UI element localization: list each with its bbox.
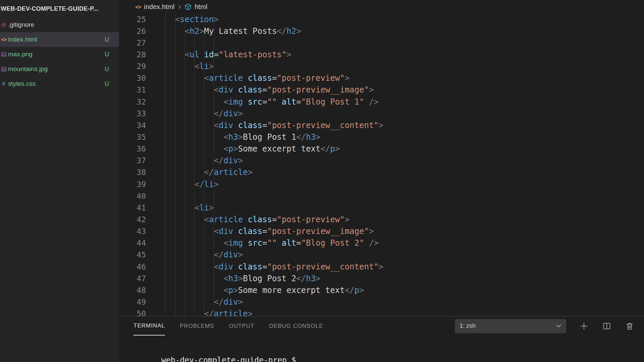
code-line[interactable]: 28 <ul id="latest-posts"> [119, 49, 644, 60]
kill-terminal-trash-button[interactable] [625, 321, 635, 331]
code-line[interactable]: 37 </div> [119, 155, 644, 167]
file-name: index.html [8, 36, 37, 43]
git-status-badge: U [105, 66, 109, 73]
code-line[interactable]: 45 </div> [119, 249, 644, 261]
line-number[interactable]: 49 [119, 298, 146, 306]
explorer-section-header[interactable]: WEB-DEV-COMPLETE-GUIDE-P... [0, 0, 119, 17]
line-number[interactable]: 27 [119, 39, 146, 47]
line-number[interactable]: 45 [119, 250, 146, 259]
code-text: <ul id="latest-posts"> [146, 50, 291, 59]
line-number[interactable]: 26 [119, 27, 146, 36]
line-number[interactable]: 46 [119, 262, 146, 271]
breadcrumb: <> index.html › html [119, 0, 644, 13]
file-name: mountains.jpg [8, 65, 48, 73]
panel-tab-terminal[interactable]: TERMINAL [133, 316, 165, 336]
terminal-shell-select[interactable]: 1: zsh [455, 319, 566, 333]
code-line[interactable]: 50 </article> [119, 308, 644, 316]
line-number[interactable]: 39 [119, 180, 146, 189]
code-line[interactable]: 31 <div class="post-preview__image"> [119, 84, 644, 96]
panel-tab-problems[interactable]: PROBLEMS [180, 316, 214, 336]
code-line[interactable]: 47 <h3>Blog Post 2</h3> [119, 273, 644, 284]
code-text: <section> [146, 15, 219, 24]
line-number[interactable]: 38 [119, 168, 146, 177]
line-number[interactable]: 47 [119, 274, 146, 283]
css-file-icon: # [1, 81, 7, 87]
code-text: <div class="post-preview__content"> [146, 121, 383, 130]
code-line[interactable]: 26 <h2>My Latest Posts</h2> [119, 25, 644, 37]
code-line[interactable]: 35 <h3>Blog Post 1</h3> [119, 131, 644, 143]
new-terminal-button[interactable] [579, 321, 589, 331]
code-text: </li> [146, 180, 219, 189]
line-number[interactable]: 30 [119, 74, 146, 82]
panel-tab-output[interactable]: OUTPUT [229, 316, 254, 336]
code-line[interactable]: 42 <article class="post-preview"> [119, 214, 644, 225]
code-line[interactable]: 41 <li> [119, 202, 644, 214]
image-file-icon [1, 66, 7, 72]
line-number[interactable]: 31 [119, 85, 146, 94]
code-line[interactable]: 29 <li> [119, 61, 644, 72]
line-number[interactable]: 33 [119, 109, 146, 118]
git-status-badge: U [105, 80, 109, 87]
bottom-panel: TERMINALPROBLEMSOUTPUTDEBUG CONSOLE 1: z… [119, 316, 644, 362]
split-terminal-button[interactable] [602, 321, 612, 331]
image-file-icon [1, 52, 7, 57]
panel-controls: 1: zsh [455, 316, 635, 336]
panel-tabs: TERMINALPROBLEMSOUTPUTDEBUG CONSOLE [133, 316, 323, 336]
code-text: </article> [146, 168, 253, 177]
code-text: <li> [146, 62, 214, 71]
line-number[interactable]: 35 [119, 133, 146, 141]
code-line[interactable]: 30 <article class="post-preview"> [119, 72, 644, 84]
line-number[interactable]: 36 [119, 144, 146, 153]
code-line[interactable]: 44 <img src="" alt="Blog Post 2" /> [119, 237, 644, 249]
line-number[interactable]: 43 [119, 227, 146, 236]
file-name: styles.css [8, 80, 36, 87]
chevron-right-icon: › [177, 3, 181, 10]
git-status-badge: U [105, 36, 109, 43]
indent-guide [214, 13, 214, 316]
line-number[interactable]: 25 [119, 15, 146, 24]
code-line[interactable]: 27 [119, 37, 644, 49]
code-line[interactable]: 43 <div class="post-preview__image"> [119, 226, 644, 237]
code-line[interactable]: 40 [119, 190, 644, 202]
line-number[interactable]: 42 [119, 215, 146, 224]
code-line[interactable]: 32 <img src="" alt="Blog Post 1" /> [119, 96, 644, 108]
code-line[interactable]: 38 </article> [119, 167, 644, 178]
code-text: <div class="post-preview__image"> [146, 227, 374, 236]
code-line[interactable]: 49 </div> [119, 296, 644, 308]
line-number[interactable]: 28 [119, 50, 146, 59]
line-number[interactable]: 29 [119, 62, 146, 71]
line-number[interactable]: 41 [119, 203, 146, 212]
file-item-styles-css[interactable]: #styles.cssU [0, 76, 119, 91]
breadcrumb-file[interactable]: index.html [144, 3, 174, 11]
file-item-gitignore[interactable]: .gitignore [0, 17, 119, 32]
line-number[interactable]: 40 [119, 192, 146, 200]
code-line[interactable]: 34 <div class="post-preview__content"> [119, 119, 644, 131]
terminal-content[interactable]: web-dev-complete-guide-prep $ [119, 336, 644, 362]
breadcrumb-symbol[interactable]: html [195, 3, 207, 11]
panel-tab-debug-console[interactable]: DEBUG CONSOLE [269, 316, 323, 336]
file-tree: .gitignore<>index.htmlUmax.pngUmountains… [0, 17, 119, 91]
code-line[interactable]: 48 <p>Some more excerpt text</p> [119, 284, 644, 296]
line-number[interactable]: 44 [119, 239, 146, 247]
code-line[interactable]: 25 <section> [119, 13, 644, 25]
code-line[interactable]: 33 </div> [119, 108, 644, 119]
terminal-shell-label: 1: zsh [460, 322, 476, 329]
code-text: <img src="" alt="Blog Post 1" /> [146, 97, 379, 107]
panel-tab-bar: TERMINALPROBLEMSOUTPUTDEBUG CONSOLE 1: z… [119, 316, 644, 336]
code-editor[interactable]: 25 <section>26 <h2>My Latest Posts</h2>2… [119, 13, 644, 316]
line-number[interactable]: 32 [119, 98, 146, 106]
line-number[interactable]: 48 [119, 286, 146, 295]
line-number[interactable]: 34 [119, 121, 146, 130]
line-number[interactable]: 50 [119, 309, 146, 316]
file-item-mountains-jpg[interactable]: mountains.jpgU [0, 62, 119, 76]
code-line[interactable]: 39 </li> [119, 178, 644, 190]
html-file-icon: <> [1, 37, 7, 43]
code-text: </article> [146, 309, 253, 316]
git-icon [1, 22, 7, 27]
chevron-down-icon [556, 324, 561, 328]
file-item-index-html[interactable]: <>index.htmlU [0, 32, 119, 47]
line-number[interactable]: 37 [119, 156, 146, 165]
code-line[interactable]: 36 <p>Some excerpt text</p> [119, 143, 644, 155]
code-line[interactable]: 46 <div class="post-preview__content"> [119, 261, 644, 273]
file-item-max-png[interactable]: max.pngU [0, 47, 119, 62]
